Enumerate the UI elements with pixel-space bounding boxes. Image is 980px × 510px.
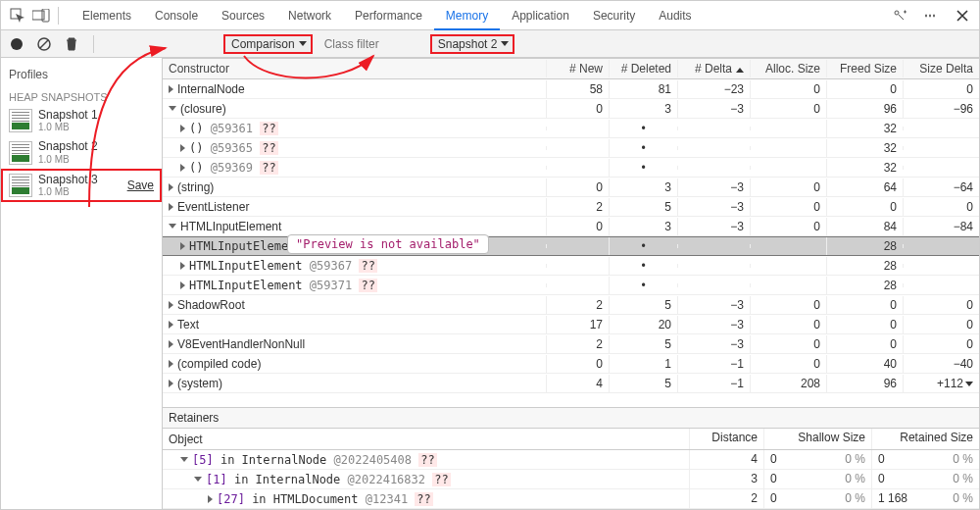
col-new[interactable]: # New <box>546 60 609 77</box>
tab-application[interactable]: Application <box>500 1 581 30</box>
table-row[interactable]: (closure) 0 3 −3 0 96 −96 <box>163 99 979 119</box>
tab-console[interactable]: Console <box>143 1 210 30</box>
view-select-label: Comparison <box>231 37 295 51</box>
table-row[interactable]: HTMLInputElement 0 3 −3 0 84 −84 <box>163 217 979 236</box>
tab-elements[interactable]: Elements <box>71 1 143 30</box>
collapse-icon[interactable] <box>180 457 188 462</box>
comparison-panel: Constructor # New # Deleted # Delta Allo… <box>163 58 979 509</box>
collapse-icon[interactable] <box>194 477 202 482</box>
col-retained[interactable]: Retained Size <box>871 429 979 449</box>
separator <box>93 35 94 53</box>
col-alloc[interactable]: Alloc. Size <box>750 60 826 77</box>
svg-point-3 <box>895 11 899 15</box>
snapshot-name: Snapshot 2 <box>38 139 98 153</box>
col-shallow[interactable]: Shallow Size <box>763 429 871 449</box>
view-select[interactable]: Comparison <box>223 34 313 54</box>
retainer-row[interactable]: [5] in InternalNode @2022405408 ?? 4 00 … <box>163 450 979 470</box>
table-row[interactable]: Text 17 20 −3 0 0 0 <box>163 315 979 334</box>
collapse-icon[interactable] <box>169 224 176 229</box>
tab-sources[interactable]: Sources <box>210 1 276 30</box>
snapshot-size: 1.0 MB <box>38 122 98 133</box>
table-row[interactable]: EventListener 2 5 −3 0 0 0 <box>163 197 979 217</box>
close-icon[interactable] <box>952 5 973 26</box>
expand-icon[interactable] <box>180 164 185 172</box>
expand-icon[interactable] <box>169 380 173 387</box>
retainers-header: Object Distance Shallow Size Retained Si… <box>163 429 979 450</box>
col-freed[interactable]: Freed Size <box>826 60 903 77</box>
inspect-element-icon[interactable] <box>7 5 28 26</box>
separator <box>58 7 59 25</box>
expand-icon[interactable] <box>180 144 185 152</box>
tab-audits[interactable]: Audits <box>647 1 703 30</box>
snapshot-name: Snapshot 3 <box>38 173 98 186</box>
snapshot-item[interactable]: Snapshot 2 1.0 MB <box>1 136 162 168</box>
profiles-sidebar: Profiles HEAP SNAPSHOTS Snapshot 1 1.0 M… <box>1 58 163 509</box>
tab-memory[interactable]: Memory <box>434 1 500 30</box>
expand-icon[interactable] <box>180 125 185 132</box>
toggle-device-icon[interactable] <box>30 5 52 26</box>
table-row[interactable]: (system) 4 5 −1 208 96 +112 <box>163 374 979 393</box>
col-distance[interactable]: Distance <box>689 429 763 449</box>
expand-icon[interactable] <box>169 301 173 309</box>
retainer-row[interactable]: [27] in HTMLDocument @12341 ?? 2 00 % 1 … <box>163 489 979 509</box>
expand-icon[interactable] <box>169 183 173 191</box>
expand-icon[interactable] <box>169 340 173 348</box>
panel-tabs: Elements Console Sources Network Perform… <box>71 1 704 30</box>
table-row[interactable]: () @59369 ?? • 32 <box>163 158 979 178</box>
snapshot-name: Snapshot 1 <box>38 108 98 122</box>
table-row[interactable]: () @59361 ?? • 32 <box>163 119 979 138</box>
snapshot-size: 1.0 MB <box>38 154 98 166</box>
expand-icon[interactable] <box>180 262 185 270</box>
col-delta[interactable]: # Delta <box>677 60 750 77</box>
delete-icon[interactable] <box>62 34 81 54</box>
baseline-select[interactable]: Snapshot 2 <box>430 34 515 54</box>
retainer-row[interactable]: [1] in InternalNode @2022416832 ?? 3 00 … <box>163 470 979 489</box>
expand-icon[interactable] <box>208 495 213 503</box>
snapshot-icon <box>9 109 32 132</box>
table-row[interactable]: HTMLInputElement @59367 ?? • 28 <box>163 256 979 276</box>
expand-icon[interactable] <box>169 321 173 329</box>
table-row[interactable]: (compiled code) 0 1 −1 0 40 −40 <box>163 354 979 374</box>
table-row[interactable]: (string) 0 3 −3 0 64 −64 <box>163 178 979 197</box>
expand-icon[interactable] <box>180 242 185 250</box>
chevron-down-icon <box>299 41 307 46</box>
memory-toolbar: Comparison Snapshot 2 <box>1 30 979 58</box>
tooltip: "Preview is not available" <box>287 234 489 254</box>
class-filter-input[interactable] <box>324 34 422 54</box>
record-button[interactable] <box>7 34 26 54</box>
col-sizedelta[interactable]: Size Delta <box>903 60 979 77</box>
col-object[interactable]: Object <box>163 429 689 449</box>
snapshot-item-selected[interactable]: Snapshot 3 1.0 MB Save <box>1 169 162 202</box>
table-row[interactable]: InternalNode 58 81 −23 0 0 0 <box>163 79 979 99</box>
expand-icon[interactable] <box>169 203 173 211</box>
baseline-select-label: Snapshot 2 <box>438 37 498 51</box>
table-row[interactable]: V8EventHandlerNonNull 2 5 −3 0 0 0 <box>163 334 979 354</box>
retainers-title: Retainers <box>163 407 979 429</box>
table-row[interactable]: ShadowRoot 2 5 −3 0 0 0 <box>163 295 979 315</box>
more-icon[interactable]: ⋯ <box>920 5 942 26</box>
tab-security[interactable]: Security <box>581 1 647 30</box>
expand-icon[interactable] <box>169 85 173 93</box>
table-row-selected[interactable]: HTMLInputElement @59363 ?? • 28 <box>163 236 979 256</box>
table-row[interactable]: () @59365 ?? • 32 <box>163 138 979 158</box>
chevron-down-icon <box>501 41 509 46</box>
snapshot-size: 1.0 MB <box>38 186 98 198</box>
sidebar-heading: HEAP SNAPSHOTS <box>1 85 162 105</box>
snapshot-item[interactable]: Snapshot 1 1.0 MB <box>1 105 162 136</box>
clear-icon[interactable] <box>34 34 54 54</box>
main-split: Profiles HEAP SNAPSHOTS Snapshot 1 1.0 M… <box>1 58 979 509</box>
collapse-icon[interactable] <box>169 106 176 111</box>
tab-performance[interactable]: Performance <box>343 1 434 30</box>
sidebar-title: Profiles <box>1 64 162 85</box>
table-row[interactable]: HTMLInputElement @59371 ?? • 28 <box>163 276 979 295</box>
devtools-tabbar: Elements Console Sources Network Perform… <box>1 1 979 30</box>
col-constructor[interactable]: Constructor <box>163 60 546 77</box>
chevron-down-icon <box>965 382 973 386</box>
col-deleted[interactable]: # Deleted <box>609 60 677 77</box>
grid-header: Constructor # New # Deleted # Delta Allo… <box>163 58 979 79</box>
tab-network[interactable]: Network <box>276 1 343 30</box>
expand-icon[interactable] <box>180 281 185 289</box>
settings-icon[interactable] <box>889 5 910 26</box>
save-link[interactable]: Save <box>127 178 154 192</box>
expand-icon[interactable] <box>169 360 173 368</box>
